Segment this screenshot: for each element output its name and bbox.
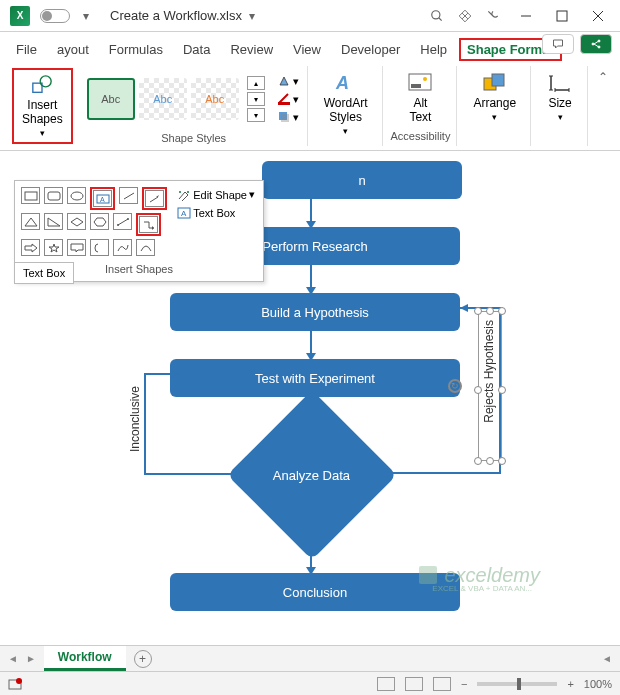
flow-step-1[interactable]: n (262, 161, 462, 199)
edit-shape-button[interactable]: Edit Shape ▾ (175, 187, 257, 202)
statusbar: − + 100% (0, 671, 620, 695)
diamond-icon[interactable] (458, 9, 472, 23)
shape-diamond[interactable] (67, 213, 86, 230)
svg-point-31 (71, 192, 83, 200)
shape-arrow-right[interactable] (21, 239, 40, 256)
arrow-1 (310, 199, 312, 221)
svg-text:A: A (335, 73, 349, 93)
svg-rect-30 (48, 192, 60, 200)
svg-rect-11 (278, 102, 290, 105)
shape-fill-button[interactable]: ▾ (275, 73, 301, 89)
tool-icon[interactable] (486, 9, 500, 23)
shape-roundrect[interactable] (44, 187, 63, 204)
autosave-toggle[interactable] (40, 9, 70, 23)
shape-brace[interactable] (90, 239, 109, 256)
shape-rect[interactable] (21, 187, 40, 204)
tooltip-textbox: Text Box (14, 262, 74, 284)
text-box-button[interactable]: AText Box (175, 206, 257, 220)
style-swatch-3[interactable]: Abc (199, 91, 230, 107)
alt-text-button[interactable]: Alt Text (399, 68, 441, 128)
arrow-3 (310, 331, 312, 353)
view-normal[interactable] (377, 677, 395, 691)
svg-point-42 (127, 218, 129, 220)
svg-text:A: A (181, 209, 187, 218)
svg-marker-39 (71, 218, 83, 226)
arrange-button[interactable]: Arrange ▾ (465, 68, 524, 126)
wordart-icon: A (333, 72, 359, 94)
ribbon-collapse[interactable]: ⌃ (592, 66, 614, 146)
zoom-level[interactable]: 100% (584, 678, 612, 690)
comments-button[interactable] (542, 34, 574, 54)
shape-textbox[interactable]: A (93, 190, 112, 207)
tab-help[interactable]: Help (412, 38, 455, 61)
view-page-break[interactable] (433, 677, 451, 691)
shape-effects-button[interactable]: ▾ (275, 109, 301, 125)
flow-decision[interactable]: Analyze Data (227, 390, 397, 560)
shape-freeform[interactable] (136, 239, 155, 256)
svg-marker-37 (25, 218, 37, 226)
app-icon: X (10, 6, 30, 26)
shape-style-gallery[interactable]: Abc Abc Abc (87, 78, 239, 120)
arrange-icon (482, 72, 508, 94)
filename-dropdown[interactable]: ▾ (244, 8, 260, 24)
record-macro-icon[interactable] (8, 677, 24, 691)
qat-dropdown[interactable]: ▾ (78, 8, 94, 24)
size-button[interactable]: Size ▾ (539, 68, 581, 126)
gallery-down[interactable]: ▾ (247, 92, 265, 106)
shape-rtriangle[interactable] (44, 213, 63, 230)
svg-marker-36 (156, 195, 159, 197)
shape-elbow[interactable] (139, 216, 158, 233)
style-swatch-2[interactable]: Abc (147, 91, 178, 107)
tab-view[interactable]: View (285, 38, 329, 61)
svg-text:A: A (100, 196, 105, 203)
close-button[interactable] (580, 2, 616, 30)
svg-point-47 (187, 191, 189, 193)
svg-point-6 (592, 43, 594, 45)
tab-data[interactable]: Data (175, 38, 218, 61)
svg-point-41 (117, 224, 119, 226)
arrow-5 (310, 545, 312, 567)
zoom-slider[interactable] (477, 682, 557, 686)
tab-file[interactable]: File (8, 38, 45, 61)
add-sheet-button[interactable]: + (134, 650, 152, 668)
sheet-tab-workflow[interactable]: Workflow (44, 646, 126, 671)
sheet-nav-next[interactable]: ► (26, 653, 36, 664)
ribbon-tabs: File ayout Formulas Data Review View Dev… (0, 32, 620, 62)
sheet-nav-prev[interactable]: ◄ (8, 653, 18, 664)
label-rejects: Rejects Hypothesis (482, 320, 496, 423)
svg-marker-27 (460, 304, 468, 312)
wordart-styles-button[interactable]: A WordArt Styles ▾ (316, 68, 376, 140)
shape-triangle[interactable] (21, 213, 40, 230)
share-button[interactable] (580, 34, 612, 54)
alt-text-label: Alt Text (409, 96, 431, 124)
svg-rect-29 (25, 192, 37, 200)
rotate-handle[interactable]: ↻ (448, 379, 462, 393)
view-page-layout[interactable] (405, 677, 423, 691)
selected-textbox[interactable]: Rejects Hypothesis (478, 311, 502, 461)
zoom-in[interactable]: + (567, 678, 573, 690)
insert-shapes-button[interactable]: Insert Shapes ▾ (12, 68, 73, 144)
maximize-button[interactable] (544, 2, 580, 30)
style-swatch-1[interactable]: Abc (95, 91, 126, 107)
tab-developer[interactable]: Developer (333, 38, 408, 61)
tab-review[interactable]: Review (222, 38, 281, 61)
shape-star[interactable] (44, 239, 63, 256)
search-icon[interactable] (430, 9, 444, 23)
shape-hex[interactable] (90, 213, 109, 230)
size-label: Size (548, 96, 571, 110)
shape-curve[interactable] (113, 239, 132, 256)
tab-formulas[interactable]: Formulas (101, 38, 171, 61)
shape-line-arrow[interactable] (145, 190, 164, 207)
gallery-more[interactable]: ▾ (247, 108, 265, 122)
minimize-button[interactable] (508, 2, 544, 30)
shape-callout[interactable] (67, 239, 86, 256)
tab-layout[interactable]: ayout (49, 38, 97, 61)
shape-ellipse[interactable] (67, 187, 86, 204)
shape-line[interactable] (119, 187, 138, 204)
gallery-up[interactable]: ▴ (247, 76, 265, 90)
shape-outline-button[interactable]: ▾ (275, 91, 301, 107)
zoom-out[interactable]: − (461, 678, 467, 690)
sheet-tabs: ◄ ► Workflow + ◄ (0, 645, 620, 671)
shape-connector[interactable] (113, 213, 132, 230)
svg-marker-43 (152, 226, 154, 230)
